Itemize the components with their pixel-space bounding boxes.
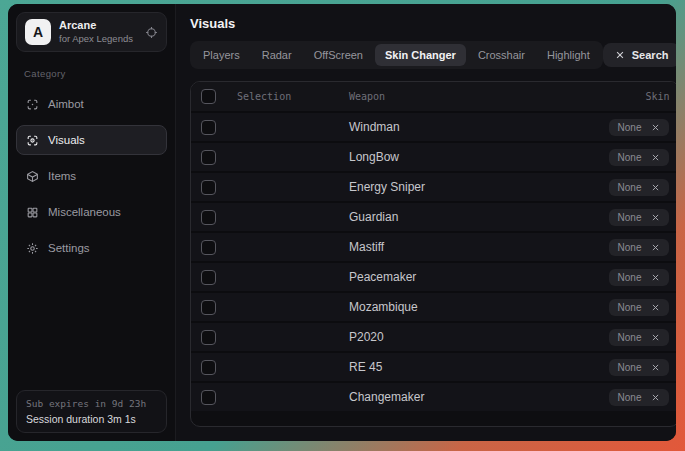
sidebar-item-aimbot[interactable]: Aimbot	[16, 89, 167, 119]
sidebar-item-settings[interactable]: Settings	[16, 233, 167, 263]
app-name: Arcane	[59, 19, 137, 33]
clear-skin-icon[interactable]	[651, 243, 660, 252]
skin-value: None	[618, 242, 642, 253]
weapon-name: Windman	[349, 120, 559, 134]
weapon-name: Mastiff	[349, 240, 559, 254]
row-checkbox[interactable]	[201, 300, 216, 315]
weapon-name: RE 45	[349, 360, 559, 374]
sidebar-item-items[interactable]: Items	[16, 161, 167, 191]
clear-skin-icon[interactable]	[651, 183, 660, 192]
weapon-name: P2020	[349, 330, 559, 344]
sidebar-item-label: Miscellaneous	[48, 206, 121, 218]
row-checkbox[interactable]	[201, 330, 216, 345]
skin-table: Selection Weapon Skin Windman None LongB…	[190, 81, 676, 427]
tab-highlight[interactable]: Highlight	[537, 44, 600, 66]
search-icon	[615, 50, 625, 60]
table-row[interactable]: Mastiff None	[191, 231, 676, 261]
weapon-name: Energy Sniper	[349, 180, 559, 194]
scan-eye-icon	[26, 134, 39, 147]
tab-skin-changer[interactable]: Skin Changer	[375, 44, 466, 66]
table-row[interactable]: Changemaker None	[191, 381, 676, 411]
search-button[interactable]: Search	[603, 43, 676, 67]
main-panel: Visuals Players Radar OffScreen Skin Cha…	[176, 4, 676, 441]
subscription-card: Sub expires in 9d 23h Session duration 3…	[16, 390, 167, 433]
brand-card: A Arcane for Apex Legends	[16, 12, 167, 52]
row-checkbox[interactable]	[201, 150, 216, 165]
sidebar-item-miscellaneous[interactable]: Miscellaneous	[16, 197, 167, 227]
search-button-label: Search	[632, 49, 669, 61]
package-icon	[26, 170, 39, 183]
skin-value: None	[618, 362, 642, 373]
table-row[interactable]: P2020 None	[191, 321, 676, 351]
skin-badge[interactable]: None	[609, 299, 670, 316]
skin-value: None	[618, 152, 642, 163]
sidebar: A Arcane for Apex Legends Category Aimbo…	[8, 4, 176, 441]
clear-skin-icon[interactable]	[651, 303, 660, 312]
clear-skin-icon[interactable]	[651, 213, 660, 222]
table-row[interactable]: Guardian None	[191, 201, 676, 231]
sidebar-item-visuals[interactable]: Visuals	[16, 125, 167, 155]
select-all-checkbox[interactable]	[201, 89, 216, 104]
tab-radar[interactable]: Radar	[252, 44, 302, 66]
tab-crosshair[interactable]: Crosshair	[468, 44, 535, 66]
clear-skin-icon[interactable]	[651, 273, 660, 282]
skin-badge[interactable]: None	[609, 149, 670, 166]
category-label: Category	[24, 68, 159, 79]
weapon-name: Changemaker	[349, 390, 559, 404]
tab-players[interactable]: Players	[193, 44, 250, 66]
row-checkbox[interactable]	[201, 360, 216, 375]
sidebar-item-label: Settings	[48, 242, 90, 254]
skin-badge[interactable]: None	[609, 119, 670, 136]
page-title: Visuals	[190, 16, 676, 31]
target-icon[interactable]	[145, 26, 158, 39]
grid-icon	[26, 206, 39, 219]
clear-skin-icon[interactable]	[651, 153, 660, 162]
weapon-name: Guardian	[349, 210, 559, 224]
skin-badge[interactable]: None	[609, 239, 670, 256]
row-checkbox[interactable]	[201, 180, 216, 195]
header-skin: Skin	[559, 91, 669, 102]
skin-badge[interactable]: None	[609, 389, 670, 406]
sidebar-nav: Aimbot Visuals Items Miscellaneous Setti…	[16, 83, 167, 263]
tab-bar: Players Radar OffScreen Skin Changer Cro…	[190, 41, 603, 69]
header-selection: Selection	[237, 91, 349, 102]
weapon-name: LongBow	[349, 150, 559, 164]
clear-skin-icon[interactable]	[651, 123, 660, 132]
sub-expiry-text: Sub expires in 9d 23h	[26, 398, 157, 409]
app-subtitle: for Apex Legends	[59, 33, 137, 45]
skin-badge[interactable]: None	[609, 359, 670, 376]
weapon-name: Peacemaker	[349, 270, 559, 284]
clear-skin-icon[interactable]	[651, 393, 660, 402]
skin-value: None	[618, 332, 642, 343]
skin-badge[interactable]: None	[609, 269, 670, 286]
table-header: Selection Weapon Skin	[191, 82, 676, 111]
sidebar-item-label: Items	[48, 170, 76, 182]
skin-value: None	[618, 122, 642, 133]
skin-badge[interactable]: None	[609, 179, 670, 196]
row-checkbox[interactable]	[201, 210, 216, 225]
row-checkbox[interactable]	[201, 270, 216, 285]
crosshair-icon	[26, 98, 39, 111]
session-duration-text: Session duration 3m 1s	[26, 413, 157, 425]
table-row[interactable]: LongBow None	[191, 141, 676, 171]
clear-skin-icon[interactable]	[651, 363, 660, 372]
skin-badge[interactable]: None	[609, 329, 670, 346]
skin-value: None	[618, 182, 642, 193]
weapon-name: Mozambique	[349, 300, 559, 314]
table-row[interactable]: Peacemaker None	[191, 261, 676, 291]
tab-offscreen[interactable]: OffScreen	[304, 44, 373, 66]
gear-icon	[26, 242, 39, 255]
clear-skin-icon[interactable]	[651, 333, 660, 342]
skin-value: None	[618, 302, 642, 313]
skin-value: None	[618, 272, 642, 283]
table-row[interactable]: RE 45 None	[191, 351, 676, 381]
table-row[interactable]: Mozambique None	[191, 291, 676, 321]
row-checkbox[interactable]	[201, 120, 216, 135]
skin-badge[interactable]: None	[609, 209, 670, 226]
row-checkbox[interactable]	[201, 390, 216, 405]
table-row[interactable]: Windman None	[191, 111, 676, 141]
sidebar-item-label: Aimbot	[48, 98, 84, 110]
table-row[interactable]: Energy Sniper None	[191, 171, 676, 201]
sidebar-item-label: Visuals	[48, 134, 85, 146]
row-checkbox[interactable]	[201, 240, 216, 255]
